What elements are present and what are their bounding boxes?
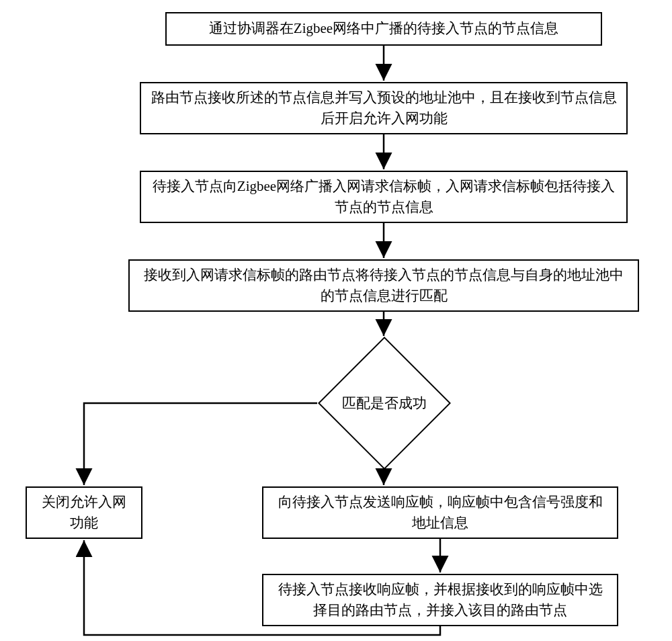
flow-step-1-text: 通过协调器在Zigbee网络中广播的待接入节点的节点信息: [209, 18, 558, 40]
flow-step-4: 接收到入网请求信标帧的路由节点将待接入节点的节点信息与自身的地址池中的节点信息进…: [128, 259, 639, 312]
flow-step-6: 待接入节点接收响应帧，并根据接收到的响应帧中选择目的路由节点，并接入该目的路由节…: [262, 574, 618, 626]
flow-step-2: 路由节点接收所述的节点信息并写入预设的地址池中，且在接收到节点信息后开启允许入网…: [140, 82, 628, 134]
flow-step-2-text: 路由节点接收所述的节点信息并写入预设的地址池中，且在接收到节点信息后开启允许入网…: [149, 87, 618, 130]
flow-step-3: 待接入节点向Zigbee网络广播入网请求信标帧，入网请求信标帧包括待接入节点的节…: [140, 171, 628, 223]
flow-step-3-text: 待接入节点向Zigbee网络广播入网请求信标帧，入网请求信标帧包括待接入节点的节…: [149, 176, 618, 218]
flow-close-text: 关闭允许入网功能: [35, 492, 133, 534]
flow-step-4-text: 接收到入网请求信标帧的路由节点将待接入节点的节点信息与自身的地址池中的节点信息进…: [138, 265, 630, 307]
flow-step-1: 通过协调器在Zigbee网络中广播的待接入节点的节点信息: [165, 12, 602, 46]
flow-step-6-text: 待接入节点接收响应帧，并根据接收到的响应帧中选择目的路由节点，并接入该目的路由节…: [271, 579, 609, 622]
flow-decision: 匹配是否成功: [317, 336, 452, 470]
flow-step-5: 向待接入节点发送响应帧，响应帧中包含信号强度和地址信息: [262, 486, 618, 539]
flow-close: 关闭允许入网功能: [26, 486, 142, 539]
diamond-shape: [318, 337, 451, 470]
flow-step-5-text: 向待接入节点发送响应帧，响应帧中包含信号强度和地址信息: [271, 492, 609, 534]
